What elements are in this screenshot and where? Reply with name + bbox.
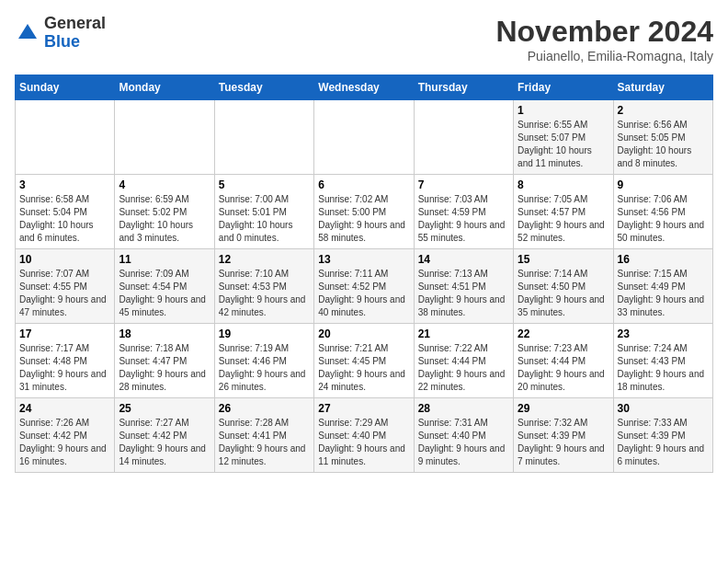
calendar-cell: 25Sunrise: 7:27 AM Sunset: 4:42 PM Dayli… bbox=[115, 398, 214, 473]
day-detail: Sunrise: 7:18 AM Sunset: 4:47 PM Dayligh… bbox=[119, 342, 210, 394]
day-detail: Sunrise: 7:33 AM Sunset: 4:39 PM Dayligh… bbox=[618, 417, 709, 468]
calendar-cell: 7Sunrise: 7:03 AM Sunset: 4:59 PM Daylig… bbox=[414, 175, 513, 249]
weekday-header: Tuesday bbox=[214, 75, 313, 100]
day-detail: Sunrise: 7:23 AM Sunset: 4:44 PM Dayligh… bbox=[518, 342, 609, 394]
day-number: 28 bbox=[418, 402, 509, 415]
day-number: 7 bbox=[418, 178, 509, 191]
day-number: 16 bbox=[618, 253, 709, 266]
day-number: 29 bbox=[518, 402, 609, 415]
calendar-cell: 14Sunrise: 7:13 AM Sunset: 4:51 PM Dayli… bbox=[414, 249, 513, 324]
day-detail: Sunrise: 7:21 AM Sunset: 4:45 PM Dayligh… bbox=[318, 342, 409, 394]
day-number: 17 bbox=[19, 327, 110, 340]
day-detail: Sunrise: 7:14 AM Sunset: 4:50 PM Dayligh… bbox=[518, 268, 609, 319]
day-detail: Sunrise: 7:17 AM Sunset: 4:48 PM Dayligh… bbox=[19, 342, 110, 394]
day-number: 19 bbox=[219, 327, 310, 340]
day-number: 25 bbox=[119, 402, 210, 415]
calendar-cell: 10Sunrise: 7:07 AM Sunset: 4:55 PM Dayli… bbox=[16, 249, 115, 324]
weekday-header: Saturday bbox=[613, 75, 712, 100]
day-number: 4 bbox=[119, 178, 210, 191]
header: General Blue November 2024 Puianello, Em… bbox=[15, 15, 713, 63]
calendar-cell: 26Sunrise: 7:28 AM Sunset: 4:41 PM Dayli… bbox=[214, 398, 313, 473]
month-title: November 2024 bbox=[495, 15, 713, 49]
weekday-header: Friday bbox=[514, 75, 613, 100]
day-number: 9 bbox=[618, 178, 709, 191]
calendar-week-row: 1Sunrise: 6:55 AM Sunset: 5:07 PM Daylig… bbox=[16, 100, 713, 175]
day-detail: Sunrise: 7:03 AM Sunset: 4:59 PM Dayligh… bbox=[418, 193, 509, 245]
day-number: 12 bbox=[219, 253, 310, 266]
logo-icon bbox=[15, 20, 40, 46]
day-number: 3 bbox=[19, 178, 110, 191]
day-detail: Sunrise: 7:02 AM Sunset: 5:00 PM Dayligh… bbox=[318, 193, 409, 245]
day-detail: Sunrise: 7:05 AM Sunset: 4:57 PM Dayligh… bbox=[518, 193, 609, 245]
calendar-cell bbox=[115, 100, 214, 175]
day-detail: Sunrise: 7:27 AM Sunset: 4:42 PM Dayligh… bbox=[119, 417, 210, 468]
calendar-cell bbox=[414, 100, 513, 175]
day-number: 10 bbox=[19, 253, 110, 266]
day-number: 8 bbox=[518, 178, 609, 191]
logo: General Blue bbox=[15, 15, 106, 52]
day-number: 11 bbox=[119, 253, 210, 266]
calendar-week-row: 10Sunrise: 7:07 AM Sunset: 4:55 PM Dayli… bbox=[16, 249, 713, 324]
day-number: 24 bbox=[19, 402, 110, 415]
day-number: 14 bbox=[418, 253, 509, 266]
calendar-week-row: 24Sunrise: 7:26 AM Sunset: 4:42 PM Dayli… bbox=[16, 398, 713, 473]
logo-blue: Blue bbox=[44, 33, 106, 52]
day-detail: Sunrise: 7:09 AM Sunset: 4:54 PM Dayligh… bbox=[119, 268, 210, 319]
day-number: 13 bbox=[318, 253, 409, 266]
weekday-row: SundayMondayTuesdayWednesdayThursdayFrid… bbox=[16, 75, 713, 100]
calendar-cell bbox=[214, 100, 313, 175]
day-number: 5 bbox=[219, 178, 310, 191]
day-number: 18 bbox=[119, 327, 210, 340]
day-detail: Sunrise: 7:00 AM Sunset: 5:01 PM Dayligh… bbox=[219, 193, 310, 245]
day-detail: Sunrise: 6:59 AM Sunset: 5:02 PM Dayligh… bbox=[119, 193, 210, 245]
day-detail: Sunrise: 7:06 AM Sunset: 4:56 PM Dayligh… bbox=[618, 193, 709, 245]
day-detail: Sunrise: 7:26 AM Sunset: 4:42 PM Dayligh… bbox=[19, 417, 110, 468]
day-number: 2 bbox=[618, 104, 709, 117]
day-detail: Sunrise: 7:10 AM Sunset: 4:53 PM Dayligh… bbox=[219, 268, 310, 319]
weekday-header: Sunday bbox=[16, 75, 115, 100]
calendar-cell: 11Sunrise: 7:09 AM Sunset: 4:54 PM Dayli… bbox=[115, 249, 214, 324]
calendar-cell: 13Sunrise: 7:11 AM Sunset: 4:52 PM Dayli… bbox=[314, 249, 414, 324]
day-number: 22 bbox=[518, 327, 609, 340]
day-number: 20 bbox=[318, 327, 409, 340]
day-number: 23 bbox=[618, 327, 709, 340]
day-detail: Sunrise: 7:29 AM Sunset: 4:40 PM Dayligh… bbox=[318, 417, 409, 468]
day-detail: Sunrise: 6:55 AM Sunset: 5:07 PM Dayligh… bbox=[518, 119, 609, 170]
day-detail: Sunrise: 7:24 AM Sunset: 4:43 PM Dayligh… bbox=[618, 342, 709, 394]
svg-marker-0 bbox=[18, 24, 37, 39]
day-number: 26 bbox=[219, 402, 310, 415]
calendar-cell: 19Sunrise: 7:19 AM Sunset: 4:46 PM Dayli… bbox=[214, 324, 313, 398]
calendar-cell: 30Sunrise: 7:33 AM Sunset: 4:39 PM Dayli… bbox=[613, 398, 712, 473]
weekday-header: Wednesday bbox=[314, 75, 414, 100]
day-detail: Sunrise: 6:56 AM Sunset: 5:05 PM Dayligh… bbox=[618, 119, 709, 170]
logo-text: General Blue bbox=[44, 15, 106, 52]
day-detail: Sunrise: 7:32 AM Sunset: 4:39 PM Dayligh… bbox=[518, 417, 609, 468]
calendar-cell: 1Sunrise: 6:55 AM Sunset: 5:07 PM Daylig… bbox=[514, 100, 613, 175]
calendar-cell: 28Sunrise: 7:31 AM Sunset: 4:40 PM Dayli… bbox=[414, 398, 513, 473]
calendar-cell: 21Sunrise: 7:22 AM Sunset: 4:44 PM Dayli… bbox=[414, 324, 513, 398]
day-detail: Sunrise: 6:58 AM Sunset: 5:04 PM Dayligh… bbox=[19, 193, 110, 245]
calendar-cell: 24Sunrise: 7:26 AM Sunset: 4:42 PM Dayli… bbox=[16, 398, 115, 473]
day-detail: Sunrise: 7:19 AM Sunset: 4:46 PM Dayligh… bbox=[219, 342, 310, 394]
logo-general: General bbox=[44, 15, 106, 33]
calendar-header: SundayMondayTuesdayWednesdayThursdayFrid… bbox=[16, 75, 713, 100]
weekday-header: Monday bbox=[115, 75, 214, 100]
day-detail: Sunrise: 7:28 AM Sunset: 4:41 PM Dayligh… bbox=[219, 417, 310, 468]
calendar-cell: 5Sunrise: 7:00 AM Sunset: 5:01 PM Daylig… bbox=[214, 175, 313, 249]
calendar-cell bbox=[16, 100, 115, 175]
calendar-cell: 20Sunrise: 7:21 AM Sunset: 4:45 PM Dayli… bbox=[314, 324, 414, 398]
day-number: 15 bbox=[518, 253, 609, 266]
day-detail: Sunrise: 7:07 AM Sunset: 4:55 PM Dayligh… bbox=[19, 268, 110, 319]
location-subtitle: Puianello, Emilia-Romagna, Italy bbox=[495, 49, 713, 63]
day-number: 27 bbox=[318, 402, 409, 415]
calendar-cell: 15Sunrise: 7:14 AM Sunset: 4:50 PM Dayli… bbox=[514, 249, 613, 324]
calendar-week-row: 17Sunrise: 7:17 AM Sunset: 4:48 PM Dayli… bbox=[16, 324, 713, 398]
calendar-cell bbox=[314, 100, 414, 175]
day-detail: Sunrise: 7:13 AM Sunset: 4:51 PM Dayligh… bbox=[418, 268, 509, 319]
calendar-cell: 18Sunrise: 7:18 AM Sunset: 4:47 PM Dayli… bbox=[115, 324, 214, 398]
weekday-header: Thursday bbox=[414, 75, 513, 100]
day-number: 1 bbox=[518, 104, 609, 117]
day-number: 30 bbox=[618, 402, 709, 415]
calendar-cell: 29Sunrise: 7:32 AM Sunset: 4:39 PM Dayli… bbox=[514, 398, 613, 473]
day-number: 21 bbox=[418, 327, 509, 340]
